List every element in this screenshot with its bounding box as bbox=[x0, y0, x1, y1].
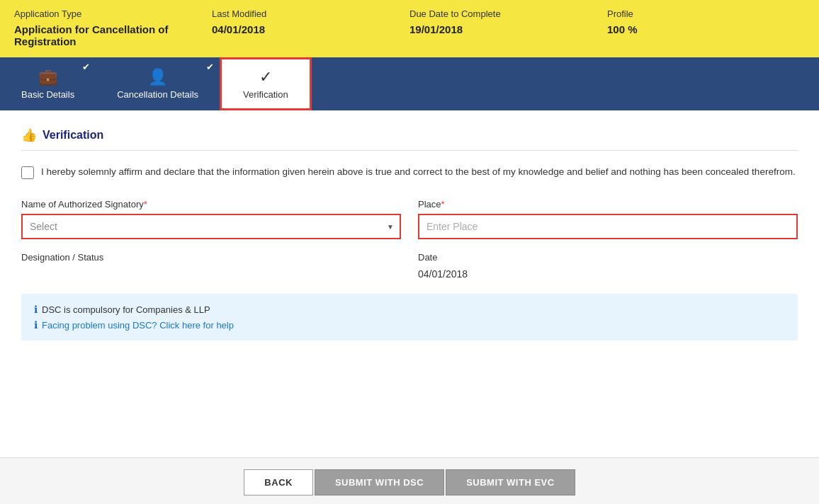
basic-details-check-icon: ✔ bbox=[82, 62, 90, 72]
place-required: * bbox=[441, 199, 445, 210]
designation-group: Designation / Status bbox=[21, 252, 401, 280]
signatory-group: Name of Authorized Signatory* Select bbox=[21, 199, 401, 239]
info-icon-2: ℹ bbox=[34, 319, 38, 331]
profile-label: Profile bbox=[607, 8, 805, 19]
declaration-row: I hereby solemnly affirm and declare tha… bbox=[21, 165, 798, 179]
cancellation-details-label: Cancellation Details bbox=[117, 89, 198, 100]
basic-details-label: Basic Details bbox=[21, 89, 74, 100]
info-icon-1: ℹ bbox=[34, 304, 38, 315]
profile-col: Profile 100 % bbox=[607, 8, 805, 35]
submit-evc-button[interactable]: SUBMIT WITH EVC bbox=[446, 469, 575, 496]
verification-icon: ✓ bbox=[259, 68, 272, 86]
signatory-select-wrapper: Select bbox=[21, 214, 401, 239]
signatory-select[interactable]: Select bbox=[21, 214, 401, 239]
declaration-checkbox[interactable] bbox=[21, 166, 34, 179]
submit-dsc-button[interactable]: SUBMIT WITH DSC bbox=[315, 469, 444, 496]
app-type-label: Application Type bbox=[14, 8, 212, 19]
dsc-note-line: ℹ DSC is compulsory for Companies & LLP bbox=[34, 304, 785, 315]
cancellation-check-icon: ✔ bbox=[206, 62, 214, 72]
profile-value: 100 % bbox=[607, 23, 805, 35]
date-group: Date 04/01/2018 bbox=[418, 252, 798, 280]
place-label: Place* bbox=[418, 199, 798, 210]
signatory-label: Name of Authorized Signatory* bbox=[21, 199, 401, 210]
last-modified-col: Last Modified 04/01/2018 bbox=[212, 8, 410, 35]
tab-verification[interactable]: ✓ Verification bbox=[220, 57, 312, 110]
section-title: 👍 Verification bbox=[21, 127, 798, 151]
app-type-value: Application for Cancellation of Registra… bbox=[14, 23, 212, 47]
date-value: 04/01/2018 bbox=[418, 267, 798, 280]
section-title-text: Verification bbox=[43, 129, 103, 142]
signatory-required: * bbox=[144, 199, 147, 210]
last-modified-value: 04/01/2018 bbox=[212, 23, 410, 35]
designation-label: Designation / Status bbox=[21, 252, 401, 263]
last-modified-label: Last Modified bbox=[212, 8, 410, 19]
cancellation-icon: 👤 bbox=[148, 68, 167, 86]
footer-bar: BACK SUBMIT WITH DSC SUBMIT WITH EVC bbox=[0, 457, 819, 504]
designation-date-row: Designation / Status Date 04/01/2018 bbox=[21, 252, 798, 280]
tab-cancellation-details[interactable]: ✔ 👤 Cancellation Details bbox=[96, 57, 220, 110]
tab-basic-details[interactable]: ✔ 💼 Basic Details bbox=[0, 57, 96, 110]
signatory-place-row: Name of Authorized Signatory* Select Pla… bbox=[21, 199, 798, 239]
thumbs-up-icon: 👍 bbox=[21, 127, 37, 143]
dsc-note-text: DSC is compulsory for Companies & LLP bbox=[42, 304, 210, 315]
header-bar: Application Type Application for Cancell… bbox=[0, 0, 819, 57]
due-date-value: 19/01/2018 bbox=[410, 23, 607, 35]
info-bar: ℹ DSC is compulsory for Companies & LLP … bbox=[21, 294, 798, 340]
app-type-col: Application Type Application for Cancell… bbox=[14, 8, 212, 47]
dsc-help-link[interactable]: Facing problem using DSC? Click here for… bbox=[42, 320, 234, 331]
tabs-bar: ✔ 💼 Basic Details ✔ 👤 Cancellation Detai… bbox=[0, 57, 819, 110]
due-date-label: Due Date to Complete bbox=[410, 8, 607, 19]
place-input[interactable] bbox=[418, 214, 798, 239]
back-button[interactable]: BACK bbox=[244, 469, 313, 496]
basic-details-icon: 💼 bbox=[38, 68, 57, 86]
verification-label: Verification bbox=[243, 89, 288, 100]
dsc-help-line: ℹ Facing problem using DSC? Click here f… bbox=[34, 319, 785, 331]
main-content: 👍 Verification I hereby solemnly affirm … bbox=[0, 110, 819, 457]
place-group: Place* bbox=[418, 199, 798, 239]
declaration-text: I hereby solemnly affirm and declare tha… bbox=[41, 165, 796, 179]
date-label: Date bbox=[418, 252, 798, 263]
due-date-col: Due Date to Complete 19/01/2018 bbox=[410, 8, 607, 35]
